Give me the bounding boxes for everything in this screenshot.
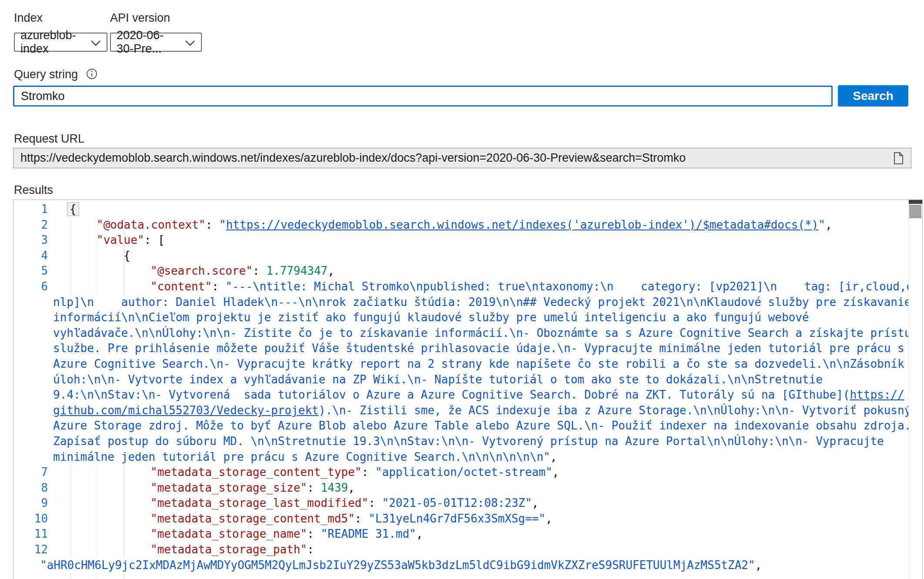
- code-row: Azure Storage zdroj. Môže to byť Azure B…: [13, 418, 908, 434]
- code-token: :: [307, 527, 321, 540]
- code-line: nlp]\n author: Daniel Hladek\n---\n\nrok…: [53, 295, 911, 310]
- code-token: vyhľadávače.\n\nÚlohy:\n\n- Zistite čo j…: [53, 326, 923, 339]
- json-link[interactable]: https://vedeckydemoblob.search.windows.n…: [226, 218, 818, 231]
- code-token: informácií\n\nCieľom projektu je zistiť …: [53, 311, 809, 324]
- json-link[interactable]: https://: [850, 388, 904, 401]
- line-number: 10: [13, 511, 48, 527]
- code-row: nlp]\n author: Daniel Hladek\n---\n\nrok…: [13, 295, 908, 310]
- code-line: Azure Storage zdroj. Môže to byť Azure B…: [53, 418, 923, 434]
- code-line: "metadata_storage_content_type": "applic…: [53, 465, 559, 480]
- code-token: "@odata.context": [97, 218, 205, 231]
- copy-icon[interactable]: [893, 152, 904, 165]
- code-row: 6"content": "---\ntitle: Michal Stromko\…: [13, 279, 908, 295]
- code-token: "metadata_storage_path": [151, 543, 307, 556]
- code-token: "L31yeLn4Gr7dF56x3SmXSg==": [368, 512, 546, 525]
- code-token: úloh:\n\n- Vytvorte index a vyhľadávanie…: [53, 373, 823, 386]
- api-version-dropdown-value: 2020-06-30-Pre...: [117, 29, 181, 56]
- code-token: ,: [532, 496, 539, 509]
- code-line: github.com/michal552703/Vedecky-projekt)…: [53, 403, 911, 419]
- code-line: vyhľadávače.\n\nÚlohy:\n\n- Zistite čo j…: [53, 326, 923, 341]
- code-token: ,: [328, 264, 335, 277]
- code-line: "aHR0cHM6Ly9jc2IxMDAzMjAwMDYyOGM5M2QyLmJ…: [40, 558, 762, 573]
- code-token: 1439: [321, 481, 348, 494]
- code-token: minimálne jeden tutoriál pre prácu s Azu…: [53, 450, 550, 463]
- info-icon[interactable]: [86, 68, 97, 81]
- chevron-down-icon: [90, 36, 101, 49]
- code-token: "aHR0cHM6Ly9jc2IxMDAzMjAwMDYyOGM5M2QyLmJ…: [40, 559, 755, 572]
- code-row: 10"metadata_storage_content_md5": "L31ye…: [13, 511, 908, 527]
- query-string-label: Query string: [14, 68, 78, 81]
- code-token: ,: [416, 527, 423, 540]
- code-token: "value": [97, 233, 144, 246]
- line-number: [13, 387, 48, 403]
- code-token: :: [307, 481, 321, 494]
- line-number: 11: [13, 526, 48, 542]
- code-row: 9.4:\n\nStav:\n- Vytvorená sada tutoriál…: [13, 387, 908, 403]
- line-number: [13, 356, 48, 372]
- code-row: 3"value": [: [13, 233, 908, 248]
- code-token: ,: [825, 218, 832, 231]
- line-number: 8: [13, 480, 48, 496]
- code-line: "metadata_storage_last_modified": "2021-…: [53, 496, 539, 511]
- search-explorer: Index API version azureblob-index 2020-0…: [0, 0, 924, 579]
- code-token: ,: [550, 450, 557, 463]
- query-string-input[interactable]: [13, 86, 833, 106]
- code-line: {: [53, 248, 131, 264]
- code-token: ).\n- Zistili sme, že ACS indexuje iba z…: [318, 404, 911, 417]
- line-number: 6: [13, 279, 48, 295]
- code-token: :: [212, 280, 225, 293]
- code-line: Azure Cognitive Search.\n- Vypracujte kr…: [53, 356, 904, 372]
- code-token: :: [368, 496, 382, 509]
- line-number: [13, 326, 48, 341]
- code-row: 2"@odata.context": "https://vedeckydemob…: [13, 217, 908, 233]
- code-row: informácií\n\nCieľom projektu je zistiť …: [13, 310, 908, 326]
- line-number: [13, 295, 48, 310]
- code-row: úloh:\n\n- Vytvorte index a vyhľadávanie…: [13, 372, 908, 388]
- code-token: :: [205, 218, 219, 231]
- line-number: [13, 372, 48, 388]
- code-token: Zapísať postup do súboru MD. \n\nStretnu…: [53, 435, 884, 448]
- index-dropdown-value: azureblob-index: [20, 29, 86, 56]
- code-row: Azure Cognitive Search.\n- Vypracujte kr…: [13, 356, 908, 372]
- code-token: "content": [151, 280, 212, 293]
- code-line: "metadata_storage_path":: [53, 542, 314, 558]
- code-token: ": [219, 218, 226, 231]
- code-row: 5"@search.score": 1.7794347,: [13, 263, 908, 279]
- code-line: minimálne jeden tutoriál pre prácu s Azu…: [53, 449, 557, 465]
- line-number: 2: [13, 217, 48, 233]
- code-token: ,: [552, 466, 559, 479]
- code-token: "metadata_storage_name": [151, 527, 307, 540]
- code-token: "metadata_storage_last_modified": [151, 496, 368, 509]
- json-link[interactable]: github.com/michal552703/Vedecky-projekt: [53, 404, 318, 417]
- code-token: "metadata_storage_size": [151, 481, 307, 494]
- code-token: "2021-05-01T12:08:23Z": [382, 496, 532, 509]
- code-token: 1.7794347: [266, 264, 328, 277]
- code-line: Zapísať postup do súboru MD. \n\nStretnu…: [53, 434, 884, 449]
- code-row: službe. Pre prihlásenie môžete použiť Vá…: [13, 341, 908, 356]
- line-number: 12: [13, 542, 48, 558]
- code-line: {: [53, 202, 79, 217]
- code-line: "value": [: [53, 233, 165, 248]
- results-code-rows: 1{2"@odata.context": "https://vedeckydem…: [13, 202, 908, 573]
- line-number: [13, 434, 48, 449]
- code-token: nlp]\n author: Daniel Hladek\n---\n\nrok…: [53, 296, 911, 309]
- line-number: 4: [13, 248, 48, 264]
- search-button[interactable]: Search: [838, 85, 908, 106]
- line-number: 1: [13, 202, 48, 217]
- code-row: 11"metadata_storage_name": "README 31.md…: [13, 526, 908, 542]
- line-number: 7: [13, 465, 48, 480]
- results-scrollbar: [908, 200, 922, 579]
- code-row: Zapísať postup do súboru MD. \n\nStretnu…: [13, 434, 908, 449]
- code-token: ,: [755, 559, 762, 572]
- scrollbar-thumb[interactable]: [909, 205, 921, 218]
- code-row: vyhľadávače.\n\nÚlohy:\n\n- Zistite čo j…: [13, 326, 908, 341]
- index-dropdown[interactable]: azureblob-index: [14, 33, 107, 52]
- code-token: :: [307, 543, 314, 556]
- code-token: : [: [144, 233, 165, 246]
- code-token: Azure Cognitive Search.\n- Vypracujte kr…: [53, 357, 904, 370]
- request-url-label: Request URL: [14, 132, 84, 146]
- api-version-dropdown[interactable]: 2020-06-30-Pre...: [110, 33, 202, 52]
- code-token: ": [818, 218, 825, 231]
- code-line: "metadata_storage_size": 1439,: [53, 480, 355, 496]
- index-label: Index: [14, 11, 43, 25]
